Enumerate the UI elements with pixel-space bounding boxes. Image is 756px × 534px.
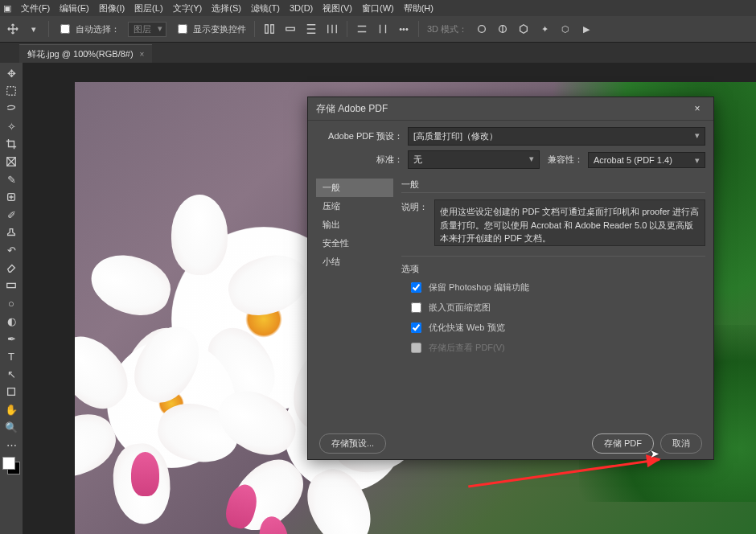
cancel-button[interactable]: 取消 [660, 433, 702, 454]
align-icon[interactable] [263, 23, 276, 35]
dodge-tool[interactable]: ◐ [2, 312, 21, 330]
dialog-titlebar[interactable]: 存储 Adobe PDF × [308, 97, 713, 121]
stamp-tool[interactable] [2, 224, 21, 241]
heal-tool[interactable] [2, 188, 21, 206]
cursor-icon: ➤ [650, 447, 659, 460]
save-pdf-button[interactable]: 存储 PDF [592, 433, 654, 454]
layer-dropdown[interactable]: 图层 [128, 22, 166, 37]
svg-rect-5 [7, 87, 16, 96]
pen-tool[interactable]: ✒ [2, 330, 21, 347]
crop-tool[interactable] [2, 135, 21, 153]
standard-label: 标准： [316, 154, 403, 166]
svg-rect-1 [271, 25, 274, 34]
align-icon-3[interactable] [305, 23, 318, 35]
document-tab-label: 鲜花.jpg @ 100%(RGB/8#) [27, 48, 134, 60]
menu-3d[interactable]: 3D(D) [290, 3, 313, 13]
hand-tool[interactable]: ✋ [2, 400, 21, 418]
desc-label: 说明： [401, 199, 428, 246]
separator [418, 21, 419, 37]
opt-embed-thumb[interactable]: 嵌入页面缩览图 [401, 300, 705, 315]
opt-preserve-editing[interactable]: 保留 Photoshop 编辑功能 [401, 280, 705, 295]
menu-select[interactable]: 选择(S) [212, 2, 241, 14]
compat-label: 兼容性： [544, 154, 583, 166]
distribute-icon-2[interactable] [376, 23, 389, 35]
move-tool-icon[interactable] [6, 23, 19, 35]
path-tool[interactable]: ↖ [2, 365, 21, 383]
save-preset-button[interactable]: 存储预设... [319, 433, 386, 454]
svg-point-3 [479, 26, 486, 33]
svg-rect-0 [265, 25, 269, 34]
brush-tool[interactable]: ✐ [2, 206, 21, 224]
3d-icon-6[interactable]: ▶ [580, 23, 593, 35]
align-icon-2[interactable] [284, 23, 297, 35]
svg-rect-9 [8, 388, 15, 396]
show-transform-check[interactable]: 显示变换控件 [175, 22, 246, 36]
blur-tool[interactable]: ○ [2, 294, 21, 312]
separator [254, 21, 255, 37]
document-tab-bar: 鲜花.jpg @ 100%(RGB/8#) × [0, 43, 756, 64]
svg-rect-8 [7, 283, 16, 287]
separator [347, 21, 347, 37]
align-icon-4[interactable] [326, 23, 339, 35]
menu-filter[interactable]: 滤镜(T) [251, 2, 280, 14]
close-icon[interactable]: × [689, 103, 705, 114]
desc-textarea[interactable]: 使用这些设定创建的 PDF 文档可通过桌面打印机和 proofer 进行高质量打… [434, 199, 705, 246]
preset-label: Adobe PDF 预设： [316, 130, 403, 142]
standard-dropdown[interactable]: 无 [408, 150, 540, 169]
type-tool[interactable]: T [2, 347, 21, 365]
nav-general[interactable]: 一般 [316, 179, 393, 197]
close-tab-icon[interactable]: × [140, 50, 145, 59]
toolbox: ✥ ✧ ✎ ✐ ↶ ○ ◐ ✒ T ↖ ✋ 🔍 ⋯ [0, 63, 23, 534]
compat-dropdown[interactable]: Acrobat 5 (PDF 1.4) [588, 152, 705, 168]
dialog-title: 存储 Adobe PDF [316, 102, 388, 116]
marquee-tool[interactable] [2, 82, 21, 100]
separator [48, 21, 49, 37]
dialog-nav: 一般 压缩 输出 安全性 小结 [316, 179, 393, 421]
menu-edit[interactable]: 编辑(E) [60, 2, 89, 14]
eraser-tool[interactable] [2, 259, 21, 277]
nav-output[interactable]: 输出 [316, 216, 393, 234]
save-pdf-dialog: 存储 Adobe PDF × Adobe PDF 预设： [高质量打印]（修改）… [307, 97, 714, 460]
options-header: 选项 [401, 263, 705, 275]
move-tool[interactable]: ✥ [2, 64, 21, 82]
opt-view-after: 存储后查看 PDF(V) [401, 340, 705, 355]
shape-tool[interactable] [2, 383, 21, 400]
frame-tool[interactable] [2, 153, 21, 170]
more-icon[interactable]: ••• [397, 23, 410, 35]
menu-image[interactable]: 图像(I) [99, 2, 125, 14]
section-title: 一般 [401, 179, 705, 193]
document-tab[interactable]: 鲜花.jpg @ 100%(RGB/8#) × [19, 44, 152, 64]
menu-view[interactable]: 视图(V) [323, 2, 352, 14]
3d-icon-2[interactable] [496, 23, 509, 35]
lasso-tool[interactable] [2, 100, 21, 117]
mode-3d-label: 3D 模式： [427, 23, 467, 35]
history-brush-tool[interactable]: ↶ [2, 241, 21, 259]
distribute-icon[interactable] [355, 23, 368, 35]
menu-type[interactable]: 文字(Y) [173, 2, 203, 14]
preset-dropdown[interactable]: [高质量打印]（修改） [408, 127, 705, 146]
wand-tool[interactable]: ✧ [2, 117, 21, 135]
3d-icon-4[interactable]: ✦ [538, 23, 551, 35]
color-swatch[interactable] [2, 457, 20, 474]
menu-bar: ▣ 文件(F) 编辑(E) 图像(I) 图层(L) 文字(Y) 选择(S) 滤镜… [0, 0, 756, 16]
menu-window[interactable]: 窗口(W) [362, 2, 394, 14]
options-bar: ▾ 自动选择： 图层 显示变换控件 ••• 3D 模式： ✦ ⬡ ▶ [0, 16, 756, 43]
3d-icon-1[interactable] [475, 23, 488, 35]
3d-icon-5[interactable]: ⬡ [559, 23, 572, 35]
nav-compression[interactable]: 压缩 [316, 197, 393, 216]
auto-select-check[interactable]: 自动选择： [57, 22, 120, 36]
menu-file[interactable]: 文件(F) [21, 2, 50, 14]
zoom-tool[interactable]: 🔍 [2, 418, 21, 436]
nav-summary[interactable]: 小结 [316, 253, 393, 271]
app-icon: ▣ [3, 3, 11, 14]
dropdown-icon[interactable]: ▾ [27, 23, 40, 35]
edit-toolbar[interactable]: ⋯ [2, 436, 21, 454]
menu-layer[interactable]: 图层(L) [134, 2, 162, 14]
opt-web-preview[interactable]: 优化快速 Web 预览 [401, 320, 705, 335]
menu-help[interactable]: 帮助(H) [404, 2, 433, 14]
svg-rect-2 [286, 27, 295, 31]
nav-security[interactable]: 安全性 [316, 234, 393, 253]
3d-icon-3[interactable] [517, 23, 530, 35]
eyedropper-tool[interactable]: ✎ [2, 170, 21, 188]
gradient-tool[interactable] [2, 277, 21, 294]
